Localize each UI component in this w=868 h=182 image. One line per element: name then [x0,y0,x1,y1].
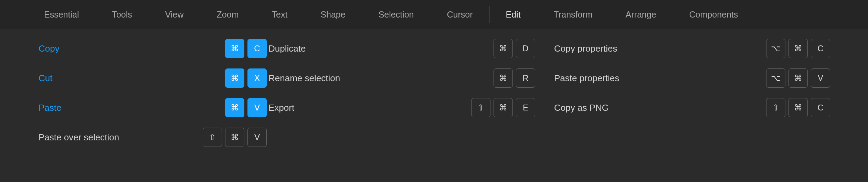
key-d: D [516,39,535,58]
shortcut-column: Copy⌘CCut⌘XPaste⌘VPaste over selection⇧⌘… [0,39,267,147]
shortcut-row: Copy properties⌥⌘C [554,39,830,58]
shortcut-row: Cut⌘X [39,68,267,88]
key-c: C [247,39,267,58]
cmd-key-icon: ⌘ [494,39,513,58]
option-key-icon: ⌥ [766,39,785,58]
tab-shape[interactable]: Shape [304,0,362,29]
shortcut-keys: ⌘V [225,98,267,117]
shortcut-list: Copy⌘CCut⌘XPaste⌘VPaste over selection⇧⌘… [0,29,868,157]
key-x: X [247,68,267,88]
key-e: E [516,98,535,117]
tab-transform[interactable]: Transform [537,0,609,29]
cmd-key-icon: ⌘ [494,98,513,117]
cmd-key-icon: ⌘ [494,68,513,88]
key-c: C [811,39,830,58]
key-v: V [811,68,830,88]
shortcut-row: Export⇧⌘E [268,98,535,117]
cmd-key-icon: ⌘ [225,68,244,88]
shortcut-keys: ⌘D [494,39,535,58]
key-v: V [247,128,267,147]
cmd-key-icon: ⌘ [225,128,244,147]
shortcut-label[interactable]: Export [268,103,294,113]
option-key-icon: ⌥ [766,68,785,88]
shortcut-row: Copy as PNG⇧⌘C [554,98,830,117]
category-tabbar: EssentialToolsViewZoomTextShapeSelection… [0,0,868,29]
shortcut-label[interactable]: Paste over selection [39,132,119,143]
shift-key-icon: ⇧ [203,128,222,147]
shortcut-label[interactable]: Copy [39,43,60,54]
cmd-key-icon: ⌘ [788,98,808,117]
shift-key-icon: ⇧ [766,98,785,117]
tab-cursor[interactable]: Cursor [431,0,489,29]
shortcut-keys: ⌘R [494,68,535,88]
shortcut-row: Duplicate⌘D [268,39,535,58]
tab-arrange[interactable]: Arrange [609,0,673,29]
shortcut-keys: ⌥⌘V [766,68,830,88]
shortcut-keys: ⌥⌘C [766,39,830,58]
cmd-key-icon: ⌘ [225,39,244,58]
shortcut-row: Paste properties⌥⌘V [554,68,830,88]
shortcut-row: Paste⌘V [39,98,267,117]
key-c: C [811,98,830,117]
cmd-key-icon: ⌘ [788,39,808,58]
shortcut-label[interactable]: Copy as PNG [554,103,609,113]
cmd-key-icon: ⌘ [788,68,808,88]
shortcut-row: Copy⌘C [39,39,267,58]
shortcut-keys: ⇧⌘C [766,98,830,117]
shortcut-label[interactable]: Cut [39,73,52,84]
shortcut-keys: ⇧⌘E [471,98,535,117]
tab-zoom[interactable]: Zoom [200,0,255,29]
shift-key-icon: ⇧ [471,98,490,117]
key-r: R [516,68,535,88]
shortcut-row: Rename selection⌘R [268,68,535,88]
shortcut-label[interactable]: Rename selection [268,73,340,84]
tab-edit[interactable]: Edit [489,0,537,29]
shortcut-label[interactable]: Duplicate [268,43,306,54]
tab-components[interactable]: Components [673,0,755,29]
shortcut-keys: ⌘X [225,68,267,88]
shortcut-label[interactable]: Paste properties [554,73,619,84]
shortcut-row: Paste over selection⇧⌘V [39,128,267,147]
cmd-key-icon: ⌘ [225,98,244,117]
shortcut-keys: ⌘C [225,39,267,58]
tab-essential[interactable]: Essential [28,0,95,29]
shortcut-column: Duplicate⌘DRename selection⌘RExport⇧⌘E [267,39,535,147]
tab-view[interactable]: View [149,0,200,29]
tab-tools[interactable]: Tools [95,0,148,29]
key-v: V [247,98,267,117]
tab-selection[interactable]: Selection [362,0,431,29]
tab-text[interactable]: Text [255,0,304,29]
shortcut-keys: ⇧⌘V [203,128,267,147]
shortcut-column: Copy properties⌥⌘CPaste properties⌥⌘VCop… [535,39,868,147]
shortcut-label[interactable]: Paste [39,103,62,113]
shortcut-label[interactable]: Copy properties [554,43,617,54]
